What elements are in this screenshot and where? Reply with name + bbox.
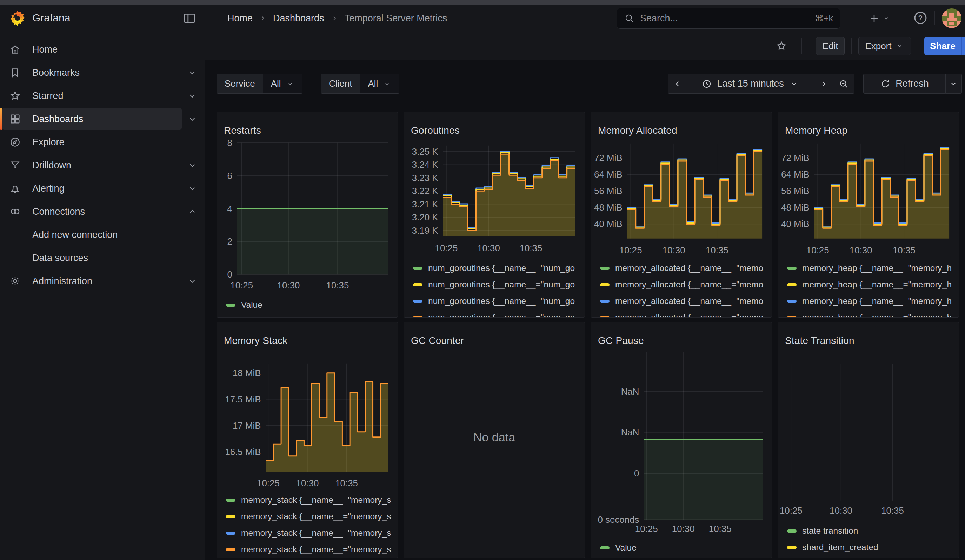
question-circle-icon: ?	[913, 10, 929, 26]
legend-item[interactable]: Value	[600, 542, 636, 553]
legend-label: memory_heap {__name__="memory_h	[802, 263, 952, 273]
panel-title[interactable]: GC Pause	[598, 335, 644, 346]
svg-text:2: 2	[227, 237, 232, 247]
edit-button[interactable]: Edit	[816, 37, 845, 55]
panel-title[interactable]: Goroutines	[411, 125, 460, 136]
sidebar-item-explore[interactable]: Explore	[0, 131, 205, 154]
legend-label: memory_stack {__name__="memory_s	[241, 545, 391, 554]
timeseries-chart[interactable]: 10:2510:3010:35	[778, 322, 959, 558]
sidebar-item-label: Add new connection	[32, 230, 118, 240]
panel-state-transition: State Transition 10:2510:3010:35 state t…	[778, 322, 959, 558]
chevron-down-icon[interactable]	[187, 183, 198, 194]
panel-title[interactable]: State Transition	[785, 335, 854, 346]
svg-text:NaN: NaN	[621, 427, 640, 437]
legend-label: num_goroutines {__name__="num_go	[428, 296, 575, 306]
chevron-down-icon[interactable]	[187, 114, 198, 124]
time-zoom-out-button[interactable]	[833, 73, 854, 94]
timeseries-chart[interactable]: 10:2510:3010:3502468	[217, 112, 397, 317]
legend-item[interactable]: num_goroutines {__name__="num_go	[413, 312, 575, 318]
legend-item[interactable]: memory_allocated {__name__="memo	[600, 296, 763, 306]
breadcrumb-separator-icon	[259, 15, 267, 22]
legend-item[interactable]: memory_heap {__name__="memory_h	[787, 263, 952, 273]
svg-text:16.5 MiB: 16.5 MiB	[225, 447, 261, 457]
legend-item[interactable]: state transition	[787, 526, 878, 536]
svg-text:10:30: 10:30	[850, 245, 872, 255]
grafana-logo-icon[interactable]	[9, 10, 26, 27]
service-filter-selected: All	[271, 78, 281, 89]
chevron-down-icon[interactable]	[187, 90, 198, 101]
export-button[interactable]: Export	[858, 37, 911, 55]
legend-item[interactable]: memory_allocated {__name__="memo	[600, 263, 763, 273]
legend-label: state transition	[802, 526, 858, 536]
sidebar-item-dashboards[interactable]: Dashboards	[0, 107, 205, 131]
breadcrumb-home[interactable]: Home	[227, 13, 253, 24]
sidebar-item-administration[interactable]: Administration	[0, 269, 205, 292]
sidebar-item-home[interactable]: Home	[0, 38, 205, 61]
sidebar-item-bookmarks[interactable]: Bookmarks	[0, 61, 205, 84]
service-filter: Service All	[216, 73, 303, 94]
svg-text:3.19 K: 3.19 K	[412, 225, 438, 235]
legend-item[interactable]: memory_allocated {__name__="memo	[600, 312, 763, 318]
svg-text:10:25: 10:25	[435, 243, 458, 253]
legend-item[interactable]: memory_stack {__name__="memory_s	[226, 495, 391, 505]
timeseries-chart[interactable]: 10:2510:3010:35NaNNaN00 seconds	[591, 322, 772, 558]
panel-title[interactable]: Memory Heap	[785, 125, 847, 136]
sidebar-item-label: Alerting	[32, 183, 65, 194]
legend-item[interactable]: num_goroutines {__name__="num_go	[413, 296, 575, 306]
legend-item[interactable]: memory_stack {__name__="memory_s	[226, 511, 391, 522]
chevron-down-icon[interactable]	[187, 160, 198, 171]
panel-title[interactable]: Memory Stack	[224, 335, 288, 346]
client-filter-value[interactable]: All	[360, 73, 399, 94]
user-avatar[interactable]	[942, 8, 962, 28]
sidebar-collapse-icon[interactable]	[182, 11, 197, 25]
legend-swatch	[600, 300, 610, 303]
refresh-button[interactable]: Refresh	[863, 73, 946, 94]
svg-text:10:35: 10:35	[520, 243, 543, 253]
sidebar-item-label: Data sources	[32, 253, 88, 263]
sidebar-item-data-sources[interactable]: Data sources	[0, 247, 205, 269]
time-range-forward-button[interactable]	[814, 73, 833, 94]
time-range-picker[interactable]: Last 15 minutes	[687, 73, 815, 94]
sidebar-item-add-new-connection[interactable]: Add new connection	[0, 223, 205, 247]
chevron-down-icon[interactable]	[187, 276, 198, 286]
sidebar-item-starred[interactable]: Starred	[0, 84, 205, 107]
legend-label: memory_stack {__name__="memory_s	[241, 495, 391, 505]
sidebar-item-label: Connections	[32, 206, 85, 217]
search-input[interactable]	[640, 13, 815, 24]
legend-item[interactable]: memory_heap {__name__="memory_h	[787, 312, 952, 318]
refresh-interval-dropdown[interactable]	[945, 73, 962, 94]
search-box[interactable]: ⌘+k	[617, 8, 841, 29]
zoom-out-icon	[838, 78, 849, 89]
legend-item[interactable]: memory_allocated {__name__="memo	[600, 279, 763, 290]
favorite-star-icon[interactable]	[775, 40, 787, 52]
breadcrumb-dashboards[interactable]: Dashboards	[273, 13, 324, 24]
svg-text:3.25 K: 3.25 K	[412, 147, 438, 157]
new-menu-button[interactable]	[868, 10, 898, 27]
legend-item[interactable]: memory_stack {__name__="memory_s	[226, 528, 391, 538]
sidebar-item-label: Starred	[32, 90, 64, 101]
share-button[interactable]: Share	[924, 37, 961, 55]
service-filter-value[interactable]: All	[263, 73, 303, 94]
legend-item[interactable]: memory_stack {__name__="memory_s	[226, 544, 391, 555]
legend-item[interactable]: num_goroutines {__name__="num_go	[413, 263, 575, 273]
help-button[interactable]: ?	[913, 10, 930, 27]
legend-item[interactable]: memory_heap {__name__="memory_h	[787, 296, 952, 306]
sidebar-item-alerting[interactable]: Alerting	[0, 177, 205, 200]
time-range-label: Last 15 minutes	[717, 78, 784, 89]
chevron-down-icon[interactable]	[187, 67, 198, 78]
panel-title[interactable]: Restarts	[224, 125, 261, 136]
share-dropdown-button[interactable]	[962, 37, 965, 55]
panel-title[interactable]: GC Counter	[411, 335, 464, 346]
legend-item[interactable]: Value	[226, 300, 262, 310]
sidebar-item-drilldown[interactable]: Drilldown	[0, 154, 205, 177]
chevron-up-icon[interactable]	[187, 206, 198, 217]
svg-text:17 MiB: 17 MiB	[233, 421, 261, 431]
svg-text:64 MiB: 64 MiB	[781, 170, 810, 179]
panel-title[interactable]: Memory Allocated	[598, 125, 677, 136]
legend-item[interactable]: memory_heap {__name__="memory_h	[787, 279, 952, 290]
client-filter-selected: All	[368, 78, 378, 89]
sidebar-item-connections[interactable]: Connections	[0, 200, 205, 223]
legend-item[interactable]: shard_item_created	[787, 542, 878, 553]
legend-item[interactable]: num_goroutines {__name__="num_go	[413, 279, 575, 290]
time-range-back-button[interactable]	[668, 73, 687, 94]
